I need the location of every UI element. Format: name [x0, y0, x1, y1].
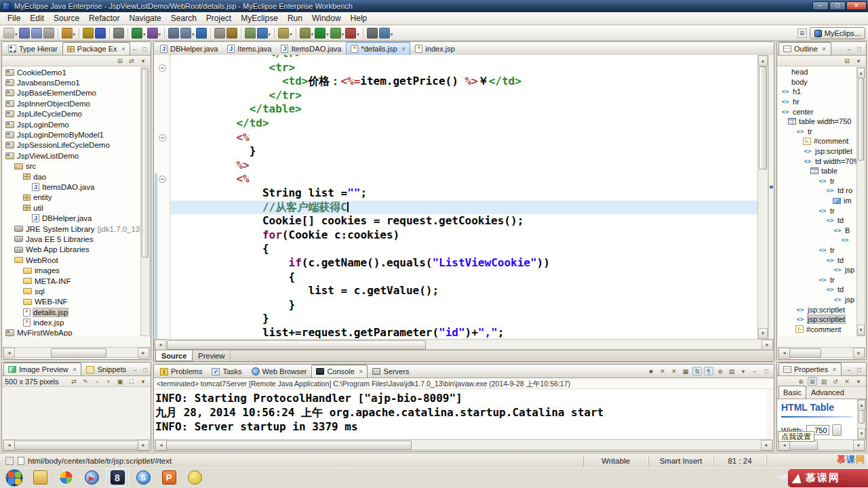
- new-class-dropdown-icon[interactable]: ▾: [143, 32, 146, 37]
- close-tab-icon[interactable]: ✕: [401, 46, 406, 52]
- external-tools-dropdown-icon[interactable]: ▾: [311, 32, 314, 37]
- new-wizard-icon[interactable]: [3, 28, 14, 39]
- tree-item[interactable]: WEB-INF: [3, 297, 140, 307]
- view-menu-icon[interactable]: ▾: [138, 377, 148, 386]
- windows-start-button[interactable]: [5, 469, 23, 487]
- taskbar-app-browser-360[interactable]: [54, 468, 77, 487]
- delete-property-icon[interactable]: ✕: [842, 377, 852, 386]
- close-tab-icon[interactable]: ✕: [832, 367, 837, 373]
- web-browser-dropdown-icon[interactable]: ▾: [269, 32, 271, 37]
- minimize-view-icon[interactable]: –: [845, 46, 853, 53]
- menu-project[interactable]: Project: [201, 13, 236, 24]
- tree-item[interactable]: ItemsDAO.java: [3, 182, 140, 192]
- width-spinner[interactable]: [832, 424, 842, 436]
- tree-item[interactable]: JspBaseElementDemo: [3, 88, 140, 98]
- menu-myeclipse[interactable]: MyEclipse: [236, 13, 283, 24]
- tree-item[interactable]: JspViewListDemo: [3, 150, 140, 161]
- minimize-view-icon[interactable]: –: [750, 367, 760, 375]
- tree-item[interactable]: WebRoot: [3, 255, 140, 265]
- tree-item[interactable]: DBHelper.java: [3, 213, 140, 223]
- close-tab-icon[interactable]: ✕: [822, 46, 827, 52]
- outline-vscroll[interactable]: ▴▾: [856, 67, 865, 336]
- tree-item[interactable]: JspLoginDemo: [3, 119, 140, 129]
- link-preview-icon[interactable]: ⇄: [69, 377, 79, 386]
- maximize-view-icon[interactable]: □: [855, 46, 863, 53]
- menu-source[interactable]: Source: [49, 13, 84, 24]
- show-advanced-icon[interactable]: ▥: [819, 377, 829, 386]
- package-deploy-icon[interactable]: [180, 28, 191, 39]
- tree-item[interactable]: images: [3, 265, 140, 275]
- edit-image-icon[interactable]: ✎: [81, 377, 90, 386]
- jar-module-blue-icon[interactable]: [95, 28, 106, 39]
- clear-console-icon[interactable]: ▦: [681, 367, 690, 375]
- bottom-tab-preview[interactable]: Preview: [193, 350, 231, 361]
- tab-tasks[interactable]: Tasks: [207, 365, 246, 378]
- tree-item[interactable]: #comment: [778, 136, 856, 146]
- tree-item[interactable]: tr: [778, 245, 856, 256]
- run-icon[interactable]: [315, 28, 326, 39]
- open-perspective-icon[interactable]: ⊞: [797, 28, 807, 38]
- tree-item[interactable]: entity: [3, 192, 140, 203]
- bottom-tab-source[interactable]: Source: [155, 350, 193, 361]
- minimize-window-icon[interactable]: –: [812, 1, 829, 10]
- close-window-icon[interactable]: ✕: [846, 1, 867, 10]
- tree-item[interactable]: im: [778, 196, 856, 206]
- web-service-globe-icon[interactable]: [196, 28, 207, 39]
- menu-refactor[interactable]: Refactor: [84, 13, 124, 24]
- tree-item[interactable]: td: [778, 216, 856, 226]
- tree-item[interactable]: MyFirstWebApp: [3, 328, 140, 336]
- link-with-editor-icon[interactable]: ⇄: [127, 56, 136, 65]
- maximize-view-icon[interactable]: □: [855, 367, 863, 373]
- minimize-view-icon[interactable]: –: [131, 367, 139, 373]
- new-web-project-icon[interactable]: [62, 28, 73, 39]
- show-categories-icon[interactable]: ⊞: [808, 377, 817, 386]
- profile-icon[interactable]: [345, 28, 356, 39]
- tree-item[interactable]: jsp: [778, 265, 856, 275]
- fold-collapse-icon[interactable]: −: [159, 176, 166, 183]
- tree-item[interactable]: td width=70%: [778, 156, 856, 166]
- tree-item[interactable]: td: [778, 285, 856, 295]
- tree-item[interactable]: td: [778, 255, 856, 265]
- image-tools-icon[interactable]: [278, 28, 289, 39]
- subtab-basic[interactable]: Basic: [778, 386, 806, 399]
- view-menu-icon[interactable]: ▾: [854, 56, 863, 65]
- word-wrap-icon[interactable]: ¶: [704, 367, 713, 375]
- collapse-all-icon[interactable]: ⊟: [115, 56, 125, 65]
- new-interface-dropdown-icon[interactable]: ▾: [159, 32, 161, 37]
- console-output[interactable]: INFO: Starting ProtocolHandler ["ajp-bio…: [154, 389, 767, 440]
- view-menu-icon[interactable]: ▾: [854, 377, 863, 386]
- close-tab-icon[interactable]: ✕: [359, 369, 363, 375]
- tree-item[interactable]: jsp:scriptlet: [778, 304, 856, 314]
- tab-properties[interactable]: Properties✕: [778, 363, 842, 375]
- junit-grid-icon[interactable]: [367, 28, 378, 39]
- tab-items-java[interactable]: Items.java: [222, 42, 276, 55]
- tree-item[interactable]: jsp:scriptlet: [778, 146, 856, 157]
- tree-item[interactable]: jsp: [778, 295, 856, 305]
- image-preview-hscroll[interactable]: ◂▸: [3, 439, 150, 450]
- profile-dropdown-icon[interactable]: ▾: [357, 32, 359, 37]
- tree-item[interactable]: [778, 235, 856, 245]
- pin-console-icon[interactable]: ⊕: [715, 367, 725, 375]
- debug-dropdown-icon[interactable]: ▾: [342, 32, 344, 37]
- goto-last-edit-icon[interactable]: [379, 28, 390, 39]
- package-explorer-hscroll[interactable]: ◂▸: [3, 347, 150, 358]
- tree-item[interactable]: JspInnerObjectDemo: [3, 98, 140, 108]
- menu-run[interactable]: Run: [283, 13, 307, 24]
- run-dropdown-icon[interactable]: ▾: [326, 32, 329, 37]
- taskbar-app-yellow-app[interactable]: [183, 468, 206, 487]
- tree-item[interactable]: table width=750: [778, 117, 856, 127]
- minimize-view-icon[interactable]: –: [130, 46, 138, 53]
- menu-window[interactable]: Window: [307, 13, 346, 24]
- maximize-window-icon[interactable]: □: [829, 1, 846, 10]
- save-icon[interactable]: [19, 28, 30, 39]
- minimize-view-icon[interactable]: –: [845, 367, 853, 373]
- tree-item[interactable]: Web App Libraries: [3, 245, 140, 255]
- maximize-view-icon[interactable]: □: [141, 367, 149, 373]
- tree-item[interactable]: center: [778, 106, 856, 117]
- tree-item[interactable]: h1: [778, 87, 856, 97]
- tree-item[interactable]: META-INF: [3, 276, 140, 286]
- tab--details-jsp[interactable]: *details.jsp✕: [346, 42, 410, 55]
- tab-problems[interactable]: Problems: [155, 365, 207, 378]
- package-explorer-vscroll[interactable]: [140, 67, 150, 336]
- view-menu-icon[interactable]: ▾: [738, 367, 748, 375]
